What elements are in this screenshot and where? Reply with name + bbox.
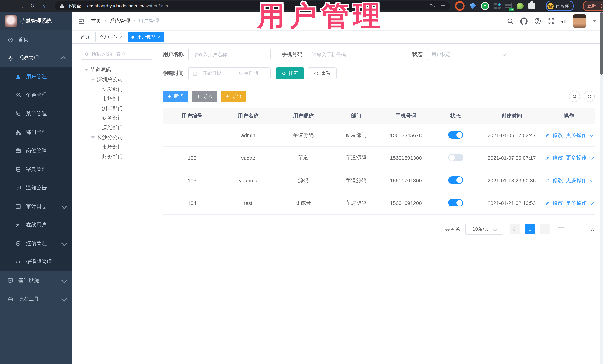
next-page-button[interactable] [540, 224, 550, 234]
sidebar-item-sms-management[interactable]: 短信管理 [0, 234, 72, 253]
sidebar-item-post-management[interactable]: 岗位管理 [0, 142, 72, 160]
username-input[interactable] [193, 51, 266, 58]
tab-user-management[interactable]: 用户管理× [128, 32, 164, 42]
tree-node[interactable]: 市场部门 [81, 142, 153, 152]
not-secure-label[interactable]: 不安全 [68, 3, 81, 9]
sidebar-item-dept-management[interactable]: 部门管理 [0, 123, 72, 142]
caret-down-icon[interactable] [590, 200, 594, 205]
dept-search-input[interactable]: 请输入部门名称 [81, 49, 153, 60]
update-button[interactable]: 更新 ⋮ [583, 1, 603, 11]
sidebar-item-online-users[interactable]: (a) 在线用户 [0, 216, 72, 234]
refresh-table-button[interactable] [584, 91, 595, 102]
status-toggle[interactable] [448, 131, 463, 138]
status-toggle[interactable] [448, 154, 463, 161]
status-toggle[interactable] [448, 199, 463, 206]
extension-leaf-icon[interactable] [517, 3, 524, 9]
tree-node[interactable]: 测试部门 [81, 104, 153, 113]
mobile-input[interactable] [311, 51, 385, 58]
address-bar[interactable]: 不安全 dashboard.yudao.iocoder.cn/system/us… [55, 1, 450, 10]
breadcrumb-system[interactable]: 系统管理 [109, 18, 130, 24]
toggle-search-button[interactable] [569, 91, 580, 102]
breadcrumb-home[interactable]: 首页 [91, 18, 101, 24]
sidebar-item-error-code[interactable]: 错误码管理 [0, 253, 72, 271]
tree-node[interactable]: 财务部门 [81, 113, 153, 123]
github-icon[interactable] [520, 17, 528, 25]
sidebar-item-home[interactable]: 首页 [0, 30, 72, 49]
edit-link[interactable]: 修改 [553, 132, 563, 139]
caret-down-icon[interactable] [84, 69, 88, 71]
tab-home[interactable]: 首页 [77, 32, 93, 42]
add-button[interactable]: 新增 [163, 91, 188, 102]
fullscreen-icon[interactable] [548, 17, 555, 25]
more-actions-link[interactable]: 更多操作 [566, 132, 587, 139]
close-icon[interactable]: × [158, 35, 160, 39]
sidebar-item-menu-management[interactable]: 菜单管理 [0, 105, 72, 123]
org-tree-icon [15, 129, 21, 135]
caret-down-icon[interactable] [590, 155, 594, 160]
tree-node[interactable]: 长沙分公司 [81, 133, 153, 142]
caret-down-icon[interactable] [590, 178, 594, 182]
tree-node[interactable]: 芋道源码 [81, 65, 153, 75]
page-1-button[interactable]: 1 [525, 224, 535, 234]
bookmark-star-icon[interactable]: ☆ [441, 3, 445, 9]
extension-grid-icon[interactable] [494, 3, 500, 9]
prev-page-button[interactable] [510, 224, 520, 234]
sidebar-item-user-management[interactable]: 用户管理 [0, 67, 72, 86]
caret-down-icon[interactable] [91, 78, 95, 81]
more-actions-link[interactable]: 更多操作 [566, 177, 587, 184]
import-button[interactable]: 导入 [192, 91, 217, 102]
extension-gem-icon[interactable] [469, 3, 476, 9]
sidebar-item-audit-log[interactable]: 审计日志 [0, 197, 72, 216]
export-button[interactable]: 导出 [221, 91, 246, 102]
tree-node[interactable]: 市场部门 [81, 94, 153, 104]
caret-down-icon[interactable] [91, 136, 95, 139]
status-select[interactable]: 用户状态 [427, 49, 510, 60]
profile-chip[interactable]: 已暂停 [546, 1, 574, 11]
goto-page-input[interactable] [571, 224, 587, 234]
edit-link[interactable]: 修改 [553, 154, 563, 161]
sidebar-item-dev-tools[interactable]: 研发工具 [0, 290, 72, 309]
extensions-puzzle-icon[interactable] [528, 3, 535, 9]
help-icon[interactable] [534, 17, 541, 25]
tab-profile[interactable]: 个人中心× [95, 32, 126, 42]
sidebar-item-notice[interactable]: 通知公告 [0, 179, 72, 197]
home-icon[interactable]: ⌂ [38, 1, 49, 10]
key-icon[interactable] [429, 2, 436, 10]
search-icon[interactable] [507, 17, 514, 25]
sidebar-item-system-management[interactable]: 系统管理 [0, 49, 72, 67]
extension-orange-icon[interactable] [455, 1, 464, 11]
code-icon [15, 259, 21, 265]
date-range-picker[interactable]: 开始日期 - 结束日期 [188, 67, 270, 79]
sidebar-item-dict-management[interactable]: 字典管理 [0, 160, 72, 179]
tree-node[interactable]: 研发部门 [81, 85, 153, 94]
font-size-icon[interactable]: тT [561, 18, 567, 24]
status-toggle[interactable] [448, 176, 463, 184]
scrollbar-thumb[interactable] [600, 12, 603, 75]
more-actions-link[interactable]: 更多操作 [566, 154, 587, 161]
more-actions-link[interactable]: 更多操作 [566, 200, 587, 207]
extension-list-on-icon[interactable] [505, 3, 512, 9]
tree-node[interactable]: 深圳总公司 [81, 75, 153, 85]
app-logo[interactable]: 芋道管理系统 [0, 12, 72, 30]
browser-menu-icon[interactable]: ⋮ [599, 3, 603, 9]
edit-link[interactable]: 修改 [553, 200, 563, 207]
caret-down-icon[interactable] [590, 133, 594, 137]
edit-link[interactable]: 修改 [553, 177, 563, 184]
extension-green-icon[interactable]: Y [481, 2, 489, 10]
tree-node[interactable]: 运维部门 [81, 123, 153, 133]
page-size-select[interactable]: 10条/页 [465, 223, 503, 235]
back-icon[interactable]: ← [4, 1, 16, 10]
caret-down-icon[interactable] [593, 20, 596, 22]
toolbox-icon [7, 296, 13, 302]
avatar[interactable] [573, 14, 586, 28]
reset-button[interactable]: 重置 [308, 67, 336, 79]
search-button[interactable]: 搜索 [276, 67, 304, 79]
hamburger-icon[interactable] [78, 18, 85, 25]
sidebar-item-role-management[interactable]: 角色管理 [0, 86, 72, 105]
reload-icon[interactable]: ↻ [27, 1, 38, 10]
close-icon[interactable]: × [119, 35, 122, 39]
page-scrollbar[interactable] [600, 12, 603, 364]
forward-icon[interactable]: → [16, 1, 27, 10]
sidebar-item-infrastructure[interactable]: 基础设施 [0, 271, 72, 290]
tree-node[interactable]: 财务部门 [81, 152, 153, 162]
